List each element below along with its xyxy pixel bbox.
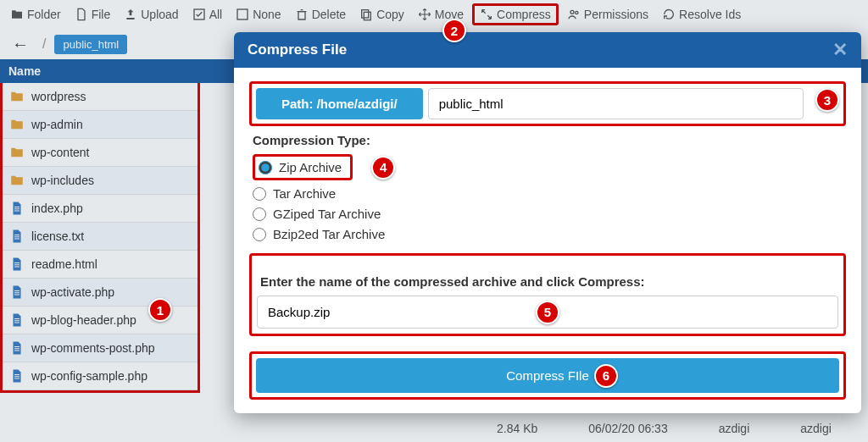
compress-modal: Compress File ✕ Path: /home/azdigi/ 3 Co…	[234, 32, 861, 413]
cell-size: 2.84 Kb	[471, 422, 563, 435]
cell-group: azdigi	[775, 422, 857, 435]
file-row[interactable]: readme.html	[3, 251, 198, 279]
toolbar-compress[interactable]: Compress	[472, 3, 559, 25]
file-name: wp-includes	[31, 174, 94, 187]
path-label: Path: /home/azdigi/	[256, 88, 423, 119]
svg-point-6	[576, 11, 578, 14]
file-row[interactable]: wp-includes	[3, 167, 198, 195]
file-row[interactable]: wp-content	[3, 139, 198, 167]
callout-2: 2	[442, 19, 466, 42]
modal-header: Compress File ✕	[234, 32, 861, 68]
radio-bzip2[interactable]	[253, 228, 266, 241]
callout-6: 6	[594, 364, 618, 388]
compress-button-wrap: Compress FIle 6	[249, 351, 846, 400]
archive-name-section: Enter the name of the compressed archive…	[249, 253, 846, 336]
close-icon[interactable]: ✕	[832, 39, 848, 61]
file-row[interactable]: wp-config-sample.php	[3, 362, 198, 390]
radio-tar[interactable]	[253, 187, 266, 201]
back-button[interactable]: ←	[7, 33, 34, 56]
file-name: wordpress	[31, 90, 86, 103]
compress-button[interactable]: Compress FIle	[256, 358, 839, 393]
callout-1: 1	[148, 298, 172, 322]
file-row[interactable]: index.php	[3, 195, 198, 223]
square-icon	[236, 8, 249, 21]
modal-title: Compress File	[248, 41, 347, 58]
file-icon	[75, 8, 88, 21]
svg-rect-2	[237, 9, 248, 19]
toolbar-delete[interactable]: Delete	[290, 6, 351, 23]
toolbar-none[interactable]: None	[231, 6, 286, 23]
toolbar-file[interactable]: File	[70, 6, 116, 23]
file-name: wp-config-sample.php	[31, 369, 147, 383]
folder-icon	[10, 8, 24, 21]
file-name: readme.html	[31, 257, 97, 271]
users-icon	[567, 8, 581, 21]
trash-icon	[295, 8, 309, 21]
file-row[interactable]: wordpress	[3, 83, 198, 111]
svg-rect-3	[362, 10, 369, 18]
svg-rect-4	[364, 12, 370, 19]
radio-zip[interactable]	[259, 161, 272, 174]
file-list: wordpresswp-adminwp-contentwp-includesin…	[0, 83, 200, 393]
svg-point-5	[570, 10, 574, 14]
cell-owner: azdigi	[693, 422, 776, 435]
table-row-detail: 2.84 Kb 06/02/20 06:33 azdigi azdigi	[200, 414, 868, 442]
toolbar-resolve[interactable]: Resolve Ids	[657, 6, 746, 23]
file-row[interactable]: license.txt	[3, 223, 198, 251]
breadcrumb-separator: /	[42, 36, 46, 52]
file-row[interactable]: wp-comments-post.php	[3, 334, 198, 362]
toolbar-upload[interactable]: Upload	[119, 6, 183, 23]
compression-type-label: Compression Type:	[253, 133, 846, 147]
toolbar: Folder File Upload All None Delete Copy …	[0, 0, 868, 29]
file-name: wp-comments-post.php	[31, 341, 155, 355]
move-icon	[418, 8, 431, 21]
archive-name-label: Enter the name of the compressed archive…	[257, 273, 838, 296]
upload-icon	[124, 8, 137, 21]
toolbar-permissions[interactable]: Permissions	[562, 6, 654, 23]
svg-rect-0	[127, 18, 135, 19]
file-name: wp-admin	[31, 118, 83, 131]
callout-5: 5	[536, 301, 559, 324]
compress-icon	[480, 8, 493, 21]
file-name: wp-blog-header.php	[31, 313, 136, 327]
check-square-icon	[192, 8, 206, 21]
refresh-icon	[662, 8, 676, 21]
cell-date: 06/02/20 06:33	[563, 422, 693, 435]
callout-3: 3	[815, 88, 839, 112]
path-input[interactable]	[428, 88, 804, 119]
file-name: license.txt	[31, 229, 84, 243]
breadcrumb-current[interactable]: public_html	[54, 35, 127, 54]
copy-icon	[359, 8, 373, 21]
toolbar-all[interactable]: All	[187, 6, 228, 23]
toolbar-copy[interactable]: Copy	[354, 6, 409, 23]
compression-type-group: Zip Archive4 Tar Archive GZiped Tar Arch…	[253, 154, 846, 241]
file-name: wp-content	[31, 146, 89, 159]
file-row[interactable]: wp-admin	[3, 111, 198, 139]
callout-4: 4	[371, 156, 395, 180]
path-row: Path: /home/azdigi/ 3	[249, 81, 846, 126]
radio-gzip[interactable]	[253, 207, 266, 221]
column-name: Name	[8, 64, 41, 78]
toolbar-folder[interactable]: Folder	[5, 6, 66, 23]
file-name: index.php	[31, 202, 83, 215]
file-name: wp-activate.php	[31, 285, 114, 299]
